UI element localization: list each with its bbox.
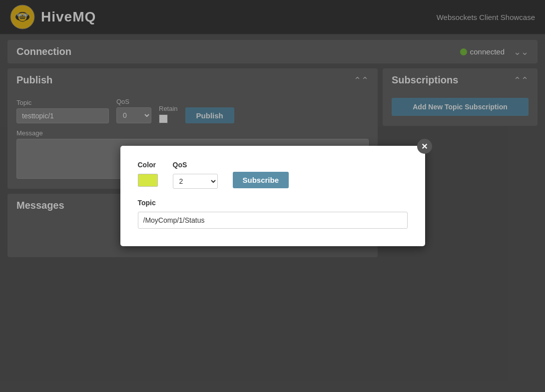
modal-topic-label: Topic — [138, 199, 408, 207]
modal-qos-group: QoS 0 1 2 — [173, 161, 218, 189]
modal-color-label: Color — [138, 161, 158, 169]
modal-qos-select[interactable]: 0 1 2 — [173, 174, 218, 189]
modal-close-button[interactable]: ✕ — [417, 139, 432, 154]
color-swatch[interactable] — [138, 174, 158, 187]
modal-qos-label: QoS — [173, 161, 218, 169]
modal-dialog: ✕ Color QoS 0 1 2 Subscribe Topic — [120, 146, 425, 246]
modal-topic-group: Topic — [138, 199, 408, 229]
modal-top-row: Color QoS 0 1 2 Subscribe — [138, 161, 408, 189]
modal-overlay: ✕ Color QoS 0 1 2 Subscribe Topic — [0, 0, 545, 392]
modal-topic-input[interactable] — [138, 212, 408, 229]
subscribe-button[interactable]: Subscribe — [233, 172, 289, 188]
modal-color-group: Color — [138, 161, 158, 187]
